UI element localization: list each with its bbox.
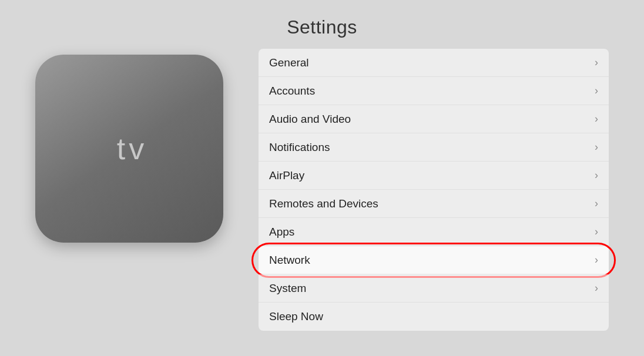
settings-item-airplay[interactable]: AirPlay› — [259, 162, 609, 190]
settings-list: General›Accounts›Audio and Video›Notific… — [259, 49, 609, 331]
settings-label-general: General — [269, 56, 309, 69]
chevron-icon-remotes-devices: › — [595, 197, 598, 210]
settings-item-remotes-devices[interactable]: Remotes and Devices› — [259, 190, 609, 218]
settings-label-system: System — [269, 282, 306, 295]
main-content: tv General›Accounts›Audio and Video›Noti… — [0, 49, 644, 331]
settings-item-system[interactable]: System› — [259, 274, 609, 303]
settings-label-audio-video: Audio and Video — [269, 113, 351, 126]
chevron-icon-notifications: › — [595, 141, 598, 153]
settings-label-accounts: Accounts — [269, 85, 315, 98]
chevron-icon-general: › — [595, 56, 598, 69]
chevron-icon-network: › — [595, 254, 598, 266]
settings-item-audio-video[interactable]: Audio and Video› — [259, 105, 609, 133]
settings-item-apps[interactable]: Apps› — [259, 218, 609, 246]
chevron-icon-audio-video: › — [595, 113, 598, 125]
settings-item-notifications[interactable]: Notifications› — [259, 133, 609, 162]
page-title: Settings — [287, 16, 357, 38]
settings-item-sleep-now[interactable]: Sleep Now — [259, 303, 609, 331]
settings-label-airplay: AirPlay — [269, 169, 304, 182]
chevron-icon-accounts: › — [595, 85, 598, 97]
tv-label-text: tv — [117, 131, 147, 166]
settings-label-remotes-devices: Remotes and Devices — [269, 197, 378, 210]
settings-item-general[interactable]: General› — [259, 49, 609, 77]
settings-item-network[interactable]: Network› — [259, 246, 609, 274]
settings-label-network: Network — [269, 254, 310, 267]
apple-tv-label: tv — [111, 131, 147, 166]
settings-label-notifications: Notifications — [269, 141, 330, 154]
settings-item-accounts[interactable]: Accounts› — [259, 77, 609, 105]
apple-tv-logo: tv — [35, 55, 223, 243]
chevron-icon-system: › — [595, 282, 598, 294]
chevron-icon-airplay: › — [595, 169, 598, 182]
chevron-icon-apps: › — [595, 226, 598, 238]
settings-label-apps: Apps — [269, 226, 294, 239]
settings-label-sleep-now: Sleep Now — [269, 310, 323, 323]
